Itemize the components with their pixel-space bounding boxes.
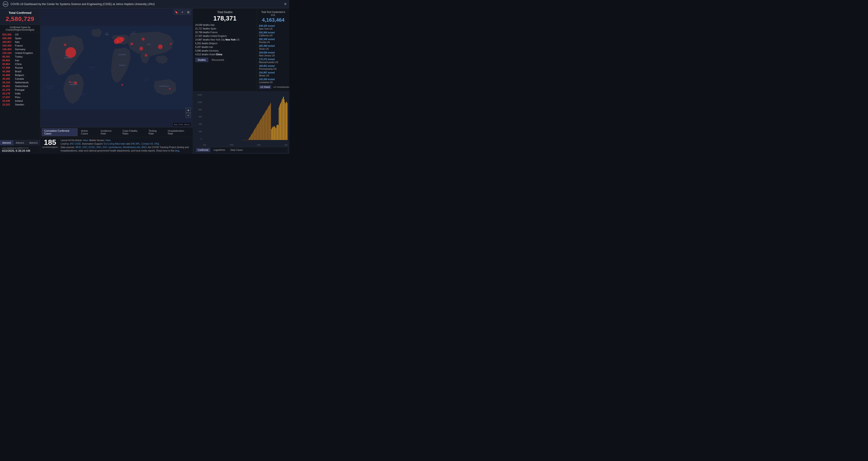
chart-tab-logarithmic[interactable]: Logarithmic xyxy=(211,148,227,152)
deaths-sub-tabs: Deaths Recovered xyxy=(195,58,255,62)
country-name: Turkey xyxy=(15,55,23,58)
admin-tab-2[interactable]: Admin2 xyxy=(27,140,40,145)
country-name: Belgium xyxy=(15,74,24,76)
chart-bar xyxy=(274,127,274,140)
esri-link[interactable]: Esri Living Atlas team xyxy=(103,143,126,145)
country-list-item[interactable]: 95,591 Turkey xyxy=(0,55,40,59)
bno-link[interactable]: BNO xyxy=(142,146,147,149)
total-confirmed-value: 2,580,729 xyxy=(2,16,38,23)
country-list-item[interactable]: 34,318 Netherlands xyxy=(0,81,40,84)
dxy-link[interactable]: DXY xyxy=(103,146,107,149)
list-view-button[interactable]: ≡ xyxy=(180,10,185,15)
svg-text:Arctic: Arctic xyxy=(132,31,135,33)
country-list-item[interactable]: 208,389 Spain xyxy=(0,36,40,40)
zoom-out-button[interactable]: − xyxy=(186,113,191,118)
country-name: Canada xyxy=(15,78,24,80)
chart-bar xyxy=(264,114,264,140)
info-text: Lancet Inf Dis Article: Here. Mobile Ver… xyxy=(61,139,191,152)
chart-bar xyxy=(278,125,279,140)
contact-link[interactable]: Contact US xyxy=(141,143,153,145)
svg-point-25 xyxy=(65,47,76,58)
map-tab-active[interactable]: Active Cases xyxy=(79,128,97,136)
map-container[interactable]: 🔖 ≡ ⊞ xyxy=(40,8,193,127)
cdc-link[interactable]: CDC xyxy=(83,146,88,149)
country-list-item[interactable]: 83,864 China xyxy=(0,62,40,66)
chart-tab-daily[interactable]: Daily Cases xyxy=(228,148,245,152)
svg-point-27 xyxy=(114,39,119,44)
mobile-link[interactable]: Here xyxy=(106,139,111,142)
last-updated: Last Updated at (M/D/YYYY) 4/22/2020, 6:… xyxy=(0,145,40,154)
chart-bar xyxy=(257,124,258,140)
chart-tab-confirmed[interactable]: Confirmed xyxy=(196,148,210,152)
map-zoom: + − xyxy=(186,108,191,118)
nhc-link[interactable]: NHC xyxy=(96,146,101,149)
country-list-item[interactable]: 16,040 Ireland xyxy=(0,99,40,103)
blog-link[interactable]: blog xyxy=(175,149,179,152)
chart-canvas: 120k 100k 80k 60k 40k 20k 0 Jan Feb Mar … xyxy=(195,94,287,147)
country-list-item[interactable]: 28,063 Switzerland xyxy=(0,84,40,88)
svg-point-33 xyxy=(142,37,145,40)
country-count: 15,322 xyxy=(2,103,15,106)
chart-bar xyxy=(257,125,257,140)
country-list-item[interactable]: 825,306 US xyxy=(0,33,40,36)
chart-bar xyxy=(268,108,268,140)
map-tab-fatality[interactable]: Case-Fatality Ratio xyxy=(120,128,145,136)
map-tab-cumulative[interactable]: Cumulative Confirmed Cases xyxy=(42,128,78,136)
1point3-link[interactable]: 1point3acres xyxy=(108,146,122,149)
testing-panel-title: Total Test Conducted in U.S. xyxy=(259,10,287,17)
country-list-item[interactable]: 21,379 Portugal xyxy=(0,88,40,92)
country-list-item[interactable]: 17,837 Peru xyxy=(0,95,40,99)
svg-text:JHU: JHU xyxy=(3,3,8,5)
country-list-item[interactable]: 15,322 Sweden xyxy=(0,103,40,106)
deaths-tab-recovered[interactable]: Recovered xyxy=(209,58,226,62)
bottom-info: 185 countries/regions Lancet Inf Dis Art… xyxy=(40,137,193,154)
worldmeters-link[interactable]: Worldmeters.info xyxy=(123,146,140,149)
zoom-in-button[interactable]: + xyxy=(186,108,191,113)
country-list-item[interactable]: 39,405 Canada xyxy=(0,77,40,81)
jhu-apl-link[interactable]: JHU APL xyxy=(131,143,140,145)
deaths-list: 24,648 deaths Italy21,717 deaths Spain20… xyxy=(195,24,255,56)
svg-text:Ocean: Ocean xyxy=(90,68,94,70)
svg-point-38 xyxy=(130,42,133,45)
map-tab-testing[interactable]: Testing Rate xyxy=(146,128,164,136)
admin-tab-1[interactable]: Admin1 xyxy=(13,140,27,145)
chart-bar xyxy=(252,134,252,140)
svg-point-39 xyxy=(69,81,71,83)
menu-icon[interactable]: ≡ xyxy=(284,2,286,6)
country-list-item[interactable]: 20,178 India xyxy=(0,92,40,95)
chart-bar xyxy=(255,129,255,140)
testing-tab-tested[interactable]: US Tested xyxy=(259,85,271,89)
y-label-80k: 80k xyxy=(198,109,202,111)
bookmark-button[interactable]: 🔖 xyxy=(174,10,179,15)
country-count: 39,405 xyxy=(2,78,15,80)
map-controls-top: 🔖 ≡ ⊞ xyxy=(174,10,191,15)
country-list-item[interactable]: 43,368 Brazil xyxy=(0,69,40,73)
chart-bar xyxy=(284,99,284,140)
lancet-link[interactable]: Here xyxy=(83,139,88,142)
country-list-item[interactable]: 57,999 Russia xyxy=(0,66,40,69)
country-list-item[interactable]: 130,184 United Kingdom xyxy=(0,51,40,55)
svg-text:Ocean: Ocean xyxy=(132,33,135,34)
svg-text:EUROPE: EUROPE xyxy=(119,54,126,56)
country-list-item[interactable]: 41,889 Belgium xyxy=(0,73,40,77)
deaths-tab-deaths[interactable]: Deaths xyxy=(195,58,208,62)
country-list-item[interactable]: 148,453 Germany xyxy=(0,48,40,51)
ecdc-link[interactable]: ECDC xyxy=(89,146,95,149)
country-list-item[interactable]: 84,802 Iran xyxy=(0,59,40,62)
country-list[interactable]: 825,306 US208,389 Spain183,957 Italy159,… xyxy=(0,32,40,140)
death-list-item: 17,337 deaths United Kingdom xyxy=(195,34,255,38)
chart-bar xyxy=(286,102,286,140)
chart-bar xyxy=(268,106,269,140)
faq-link[interactable]: FAQ xyxy=(154,143,159,145)
who-link[interactable]: WHO xyxy=(75,146,81,149)
chart-bar xyxy=(274,126,275,140)
map-tab-hospitalization[interactable]: Hospitalization Rate xyxy=(165,128,191,136)
country-name: France xyxy=(15,44,23,47)
grid-view-button[interactable]: ⊞ xyxy=(186,10,191,15)
country-list-item[interactable]: 183,957 Italy xyxy=(0,40,40,44)
testing-tab-hospitalization[interactable]: US Hospitalization xyxy=(272,85,289,89)
jhu-csse-link[interactable]: JHU CSSE xyxy=(69,143,81,145)
country-list-item[interactable]: 159,300 France xyxy=(0,44,40,48)
admin-tab-0[interactable]: Admin0 xyxy=(0,140,13,145)
map-tab-incidence[interactable]: Incidence Rate xyxy=(98,128,119,136)
